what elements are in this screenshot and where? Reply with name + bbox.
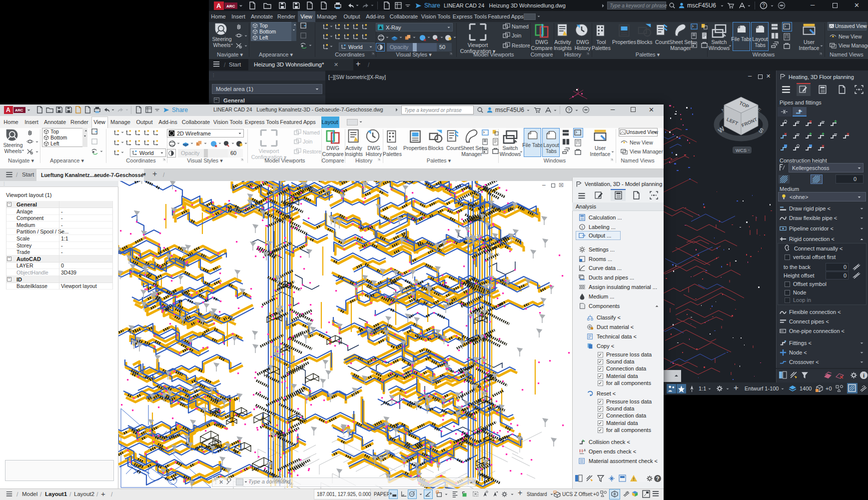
svg-text:?: ? xyxy=(656,476,660,482)
svg-text:1: 1 xyxy=(581,226,583,229)
svg-text:i: i xyxy=(863,372,865,378)
svg-text:A: A xyxy=(584,448,586,452)
svg-text:?: ? xyxy=(762,3,765,8)
svg-text:?: ? xyxy=(568,108,570,112)
svg-text:!: ! xyxy=(633,476,635,482)
